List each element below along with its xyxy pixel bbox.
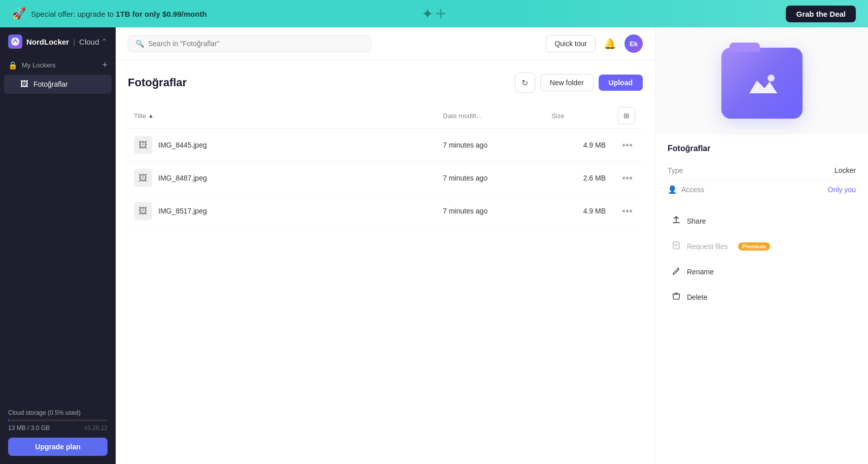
panel-folder-preview bbox=[655, 27, 868, 134]
file-more-button-1[interactable]: ••• bbox=[618, 170, 637, 186]
content-area: 🔍 Quick tour 🔔 Ek Fotoğraflar ↻ New fold bbox=[116, 27, 655, 464]
share-label: Share bbox=[687, 217, 706, 225]
file-more-button-0[interactable]: ••• bbox=[618, 137, 637, 153]
access-value: Only you bbox=[828, 186, 856, 194]
type-value: Locker bbox=[835, 166, 856, 174]
svg-rect-3 bbox=[673, 294, 679, 299]
version-label: v3.26.12 bbox=[84, 424, 108, 432]
file-actions-0: ••• bbox=[612, 129, 643, 162]
file-actions-1: ••• bbox=[612, 162, 643, 195]
file-more-button-2[interactable]: ••• bbox=[618, 203, 637, 219]
file-name-1: IMG_8487.jpeg bbox=[158, 174, 207, 182]
sparkle-large-icon: + bbox=[435, 3, 446, 24]
sparkle-icon: ✦ bbox=[422, 6, 433, 22]
add-locker-button[interactable]: + bbox=[102, 60, 108, 70]
file-actions-2: ••• bbox=[612, 195, 643, 228]
grid-icon: ⊞ bbox=[623, 112, 630, 120]
avatar[interactable]: Ek bbox=[624, 34, 643, 53]
storage-info-row: 13 MB / 3.0 GB v3.26.12 bbox=[8, 424, 108, 432]
locker-icon: 🔒 bbox=[8, 61, 18, 70]
storage-bar-fill bbox=[8, 419, 9, 421]
sidebar-collapse-button[interactable]: ⌃ bbox=[101, 37, 108, 47]
file-name-cell-2: 🖼 IMG_8517.jpeg bbox=[128, 195, 437, 228]
page-title: Fotoğraflar bbox=[128, 76, 187, 89]
browser-actions: ↻ New folder Upload bbox=[515, 73, 643, 93]
type-label: Type bbox=[668, 166, 683, 174]
delete-button[interactable]: Delete bbox=[668, 285, 856, 309]
rename-button[interactable]: Rename bbox=[668, 260, 856, 283]
request-files-label: Request files bbox=[687, 242, 728, 251]
folder-large-icon bbox=[721, 48, 803, 119]
table-row[interactable]: 🖼 IMG_8487.jpeg 7 minutes ago 2.6 MB ••• bbox=[128, 162, 643, 195]
file-date-0: 7 minutes ago bbox=[437, 129, 545, 162]
table-row[interactable]: 🖼 IMG_8517.jpeg 7 minutes ago 4.9 MB ••• bbox=[128, 195, 643, 228]
my-lockers-section[interactable]: 🔒 My Lockers + bbox=[0, 56, 116, 75]
sidebar: NordLocker | Cloud ⌃ 🔒 My Lockers + 🖼 Fo… bbox=[0, 27, 116, 464]
panel-access-row: 👤 Access Only you bbox=[668, 180, 856, 199]
file-icon-2: 🖼 bbox=[134, 202, 152, 220]
request-files-icon bbox=[672, 241, 681, 252]
file-table-header: Title ▲ Date modifi... Size ⊞ bbox=[128, 103, 643, 129]
file-name-2: IMG_8517.jpeg bbox=[158, 207, 207, 215]
rename-label: Rename bbox=[687, 268, 714, 276]
search-box[interactable]: 🔍 bbox=[128, 35, 371, 52]
table-row[interactable]: 🖼 IMG_8445.jpeg 7 minutes ago 4.9 MB ••• bbox=[128, 129, 643, 162]
my-lockers-label: My Lockers bbox=[22, 61, 55, 69]
folder-icon: 🖼 bbox=[20, 80, 28, 89]
sidebar-item-fotograflar[interactable]: 🖼 Fotoğraflar bbox=[4, 75, 112, 94]
sort-arrow-icon: ▲ bbox=[148, 113, 154, 119]
topbar-right: Quick tour 🔔 Ek bbox=[546, 34, 643, 53]
delete-icon bbox=[672, 292, 681, 303]
panel-actions: Share Request files Premium Rename Dele bbox=[655, 209, 868, 319]
grid-view-button[interactable]: ⊞ bbox=[618, 107, 635, 124]
logo-icon bbox=[8, 34, 22, 49]
grab-deal-button[interactable]: Grab the Deal bbox=[786, 6, 856, 22]
banner-content: 🚀 Special offer: upgrade to 1TB for only… bbox=[12, 7, 207, 20]
logo-cloud: Cloud bbox=[79, 38, 99, 46]
search-input[interactable] bbox=[148, 40, 364, 48]
panel-folder-name: Fotoğraflar bbox=[668, 144, 856, 153]
file-table-body: 🖼 IMG_8445.jpeg 7 minutes ago 4.9 MB ••• bbox=[128, 129, 643, 228]
file-name-cell-0: 🖼 IMG_8445.jpeg bbox=[128, 129, 437, 162]
premium-badge: Premium bbox=[738, 242, 770, 251]
file-icon-0: 🖼 bbox=[134, 136, 152, 154]
upgrade-plan-button[interactable]: Upgrade plan bbox=[8, 438, 108, 456]
file-size-0: 4.9 MB bbox=[545, 129, 612, 162]
sidebar-header: NordLocker | Cloud ⌃ bbox=[0, 27, 116, 56]
logo-text: NordLocker | Cloud bbox=[26, 38, 99, 46]
panel-type-row: Type Locker bbox=[668, 161, 856, 180]
file-size-2: 4.9 MB bbox=[545, 195, 612, 228]
search-icon: 🔍 bbox=[135, 40, 144, 48]
file-date-1: 7 minutes ago bbox=[437, 162, 545, 195]
banner-text: Special offer: upgrade to 1TB for only $… bbox=[31, 10, 207, 18]
right-panel: Fotoğraflar Type Locker 👤 Access Only yo… bbox=[655, 27, 868, 464]
file-browser: Fotoğraflar ↻ New folder Upload Title bbox=[116, 60, 655, 464]
new-folder-button[interactable]: New folder bbox=[540, 74, 594, 91]
storage-bar-background bbox=[8, 419, 108, 421]
file-size-1: 2.6 MB bbox=[545, 162, 612, 195]
refresh-icon: ↻ bbox=[522, 78, 528, 88]
topbar: 🔍 Quick tour 🔔 Ek bbox=[116, 27, 655, 60]
notifications-button[interactable]: 🔔 bbox=[604, 38, 616, 50]
share-button[interactable]: Share bbox=[668, 209, 856, 233]
sidebar-folder-label: Fotoğraflar bbox=[33, 80, 68, 88]
file-icon-1: 🖼 bbox=[134, 169, 152, 187]
file-table: Title ▲ Date modifi... Size ⊞ bbox=[128, 103, 643, 228]
refresh-button[interactable]: ↻ bbox=[515, 73, 535, 93]
logo: NordLocker | Cloud bbox=[8, 34, 99, 49]
browser-header: Fotoğraflar ↻ New folder Upload bbox=[128, 73, 643, 93]
banner-sparkle-deco: ✦ + bbox=[422, 3, 446, 24]
panel-info: Fotoğraflar Type Locker 👤 Access Only yo… bbox=[655, 134, 868, 209]
request-files-button[interactable]: Request files Premium bbox=[668, 235, 856, 258]
column-title: Title ▲ bbox=[128, 103, 437, 129]
upload-button[interactable]: Upload bbox=[599, 75, 643, 91]
column-size: Size bbox=[545, 103, 612, 129]
bell-icon: 🔔 bbox=[604, 38, 616, 49]
storage-used-label: 13 MB / 3.0 GB bbox=[8, 424, 50, 432]
promo-banner: 🚀 Special offer: upgrade to 1TB for only… bbox=[0, 0, 868, 27]
svg-point-1 bbox=[768, 75, 775, 82]
quick-tour-button[interactable]: Quick tour bbox=[546, 35, 596, 52]
person-icon: 👤 bbox=[668, 185, 677, 194]
my-lockers-label-row[interactable]: 🔒 My Lockers bbox=[8, 61, 55, 70]
file-name-cell-1: 🖼 IMG_8487.jpeg bbox=[128, 162, 437, 195]
